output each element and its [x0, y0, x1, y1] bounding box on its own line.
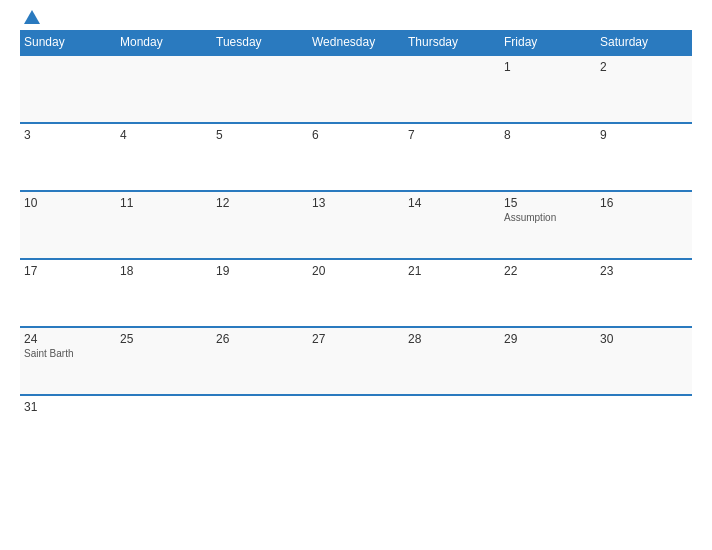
- calendar-day-cell: 5: [212, 123, 308, 191]
- calendar-week-row: 12: [20, 55, 692, 123]
- day-number: 3: [24, 128, 112, 142]
- day-number: 26: [216, 332, 304, 346]
- calendar-day-cell: 19: [212, 259, 308, 327]
- day-number: 18: [120, 264, 208, 278]
- calendar-day-cell: 9: [596, 123, 692, 191]
- calendar-day-cell: 11: [116, 191, 212, 259]
- day-number: 2: [600, 60, 688, 74]
- day-number: 20: [312, 264, 400, 278]
- calendar-day-cell: 18: [116, 259, 212, 327]
- calendar-table: SundayMondayTuesdayWednesdayThursdayFrid…: [20, 30, 692, 463]
- logo: [20, 10, 40, 24]
- calendar-day-cell: [596, 395, 692, 463]
- calendar-day-cell: 27: [308, 327, 404, 395]
- day-number: 31: [24, 400, 112, 414]
- calendar-day-cell: 14: [404, 191, 500, 259]
- day-number: 23: [600, 264, 688, 278]
- day-number: 4: [120, 128, 208, 142]
- calendar-week-row: 24Saint Barth252627282930: [20, 327, 692, 395]
- day-number: 9: [600, 128, 688, 142]
- calendar-day-cell: [500, 395, 596, 463]
- weekday-header-wednesday: Wednesday: [308, 30, 404, 55]
- calendar-day-cell: [308, 55, 404, 123]
- day-number: 25: [120, 332, 208, 346]
- calendar-day-cell: 7: [404, 123, 500, 191]
- weekday-header-thursday: Thursday: [404, 30, 500, 55]
- day-number: 1: [504, 60, 592, 74]
- calendar-day-cell: 25: [116, 327, 212, 395]
- logo-triangle-icon: [24, 10, 40, 24]
- day-number: 12: [216, 196, 304, 210]
- calendar-day-cell: 2: [596, 55, 692, 123]
- day-number: 16: [600, 196, 688, 210]
- day-number: 13: [312, 196, 400, 210]
- weekday-header-sunday: Sunday: [20, 30, 116, 55]
- day-number: 7: [408, 128, 496, 142]
- day-number: 8: [504, 128, 592, 142]
- calendar-day-cell: 17: [20, 259, 116, 327]
- calendar-day-cell: 28: [404, 327, 500, 395]
- day-number: 22: [504, 264, 592, 278]
- calendar-day-cell: 31: [20, 395, 116, 463]
- day-number: 27: [312, 332, 400, 346]
- day-number: 15: [504, 196, 592, 210]
- calendar-week-row: 3456789: [20, 123, 692, 191]
- calendar-day-cell: [404, 55, 500, 123]
- calendar-day-cell: 21: [404, 259, 500, 327]
- calendar-day-cell: 6: [308, 123, 404, 191]
- event-label: Saint Barth: [24, 348, 112, 359]
- day-number: 10: [24, 196, 112, 210]
- calendar-day-cell: 10: [20, 191, 116, 259]
- calendar-day-cell: [404, 395, 500, 463]
- calendar-day-cell: 8: [500, 123, 596, 191]
- calendar-day-cell: 24Saint Barth: [20, 327, 116, 395]
- calendar-day-cell: 26: [212, 327, 308, 395]
- calendar-day-cell: 12: [212, 191, 308, 259]
- calendar-day-cell: 4: [116, 123, 212, 191]
- calendar-day-cell: [116, 395, 212, 463]
- day-number: 24: [24, 332, 112, 346]
- event-label: Assumption: [504, 212, 592, 223]
- calendar-day-cell: 16: [596, 191, 692, 259]
- weekday-header-row: SundayMondayTuesdayWednesdayThursdayFrid…: [20, 30, 692, 55]
- calendar-header: [20, 10, 692, 24]
- calendar-week-row: 17181920212223: [20, 259, 692, 327]
- day-number: 14: [408, 196, 496, 210]
- day-number: 5: [216, 128, 304, 142]
- calendar-day-cell: 1: [500, 55, 596, 123]
- calendar-week-row: 31: [20, 395, 692, 463]
- calendar-day-cell: 15Assumption: [500, 191, 596, 259]
- calendar-week-row: 101112131415Assumption16: [20, 191, 692, 259]
- calendar-day-cell: 23: [596, 259, 692, 327]
- calendar-day-cell: [212, 395, 308, 463]
- calendar-day-cell: 30: [596, 327, 692, 395]
- calendar-day-cell: [212, 55, 308, 123]
- calendar-day-cell: 3: [20, 123, 116, 191]
- calendar-day-cell: 13: [308, 191, 404, 259]
- weekday-header-monday: Monday: [116, 30, 212, 55]
- weekday-header-tuesday: Tuesday: [212, 30, 308, 55]
- calendar-day-cell: [116, 55, 212, 123]
- day-number: 28: [408, 332, 496, 346]
- day-number: 19: [216, 264, 304, 278]
- calendar-day-cell: 29: [500, 327, 596, 395]
- day-number: 6: [312, 128, 400, 142]
- day-number: 29: [504, 332, 592, 346]
- calendar-day-cell: [20, 55, 116, 123]
- calendar-day-cell: [308, 395, 404, 463]
- calendar-day-cell: 22: [500, 259, 596, 327]
- day-number: 30: [600, 332, 688, 346]
- weekday-header-friday: Friday: [500, 30, 596, 55]
- calendar-day-cell: 20: [308, 259, 404, 327]
- weekday-header-saturday: Saturday: [596, 30, 692, 55]
- day-number: 21: [408, 264, 496, 278]
- day-number: 11: [120, 196, 208, 210]
- day-number: 17: [24, 264, 112, 278]
